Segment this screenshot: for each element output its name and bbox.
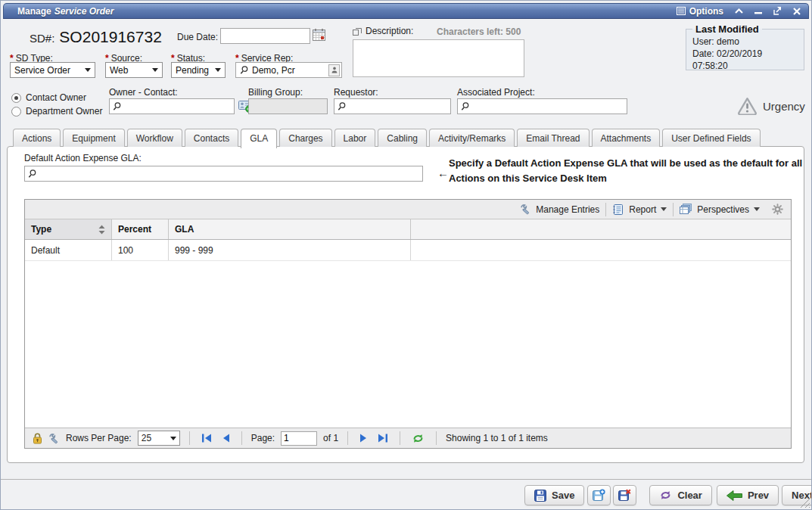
description-textarea[interactable] [353, 39, 524, 77]
manage-entries-button[interactable]: Manage Entries [514, 203, 605, 216]
lock-icon[interactable] [33, 433, 42, 444]
urgency-label: Urgency [763, 100, 805, 113]
rows-per-page-label: Rows Per Page: [66, 433, 132, 443]
popout-button[interactable] [773, 7, 782, 15]
search-icon [460, 101, 470, 111]
tab-labor[interactable]: Labor [334, 129, 376, 147]
tab-email-thread[interactable]: Email Thread [517, 129, 589, 147]
radio-department-owner[interactable]: Department Owner [11, 106, 102, 117]
last-page-button[interactable] [375, 434, 390, 443]
search-icon [27, 169, 37, 179]
popout-icon [773, 7, 782, 15]
tab-user-defined-fields[interactable]: User Defined Fields [662, 129, 760, 147]
prev-page-icon [222, 434, 230, 443]
options-button[interactable]: Options [677, 6, 723, 17]
last-modified-date: Date: 02/20/2019 07:58:20 [692, 48, 798, 72]
wrench-icon [520, 204, 531, 215]
search-icon [239, 65, 249, 75]
clear-button[interactable]: Clear [649, 485, 712, 505]
tab-cabling[interactable]: Cabling [378, 129, 427, 147]
perspectives-button[interactable]: Perspectives [674, 203, 766, 216]
due-date-input[interactable] [220, 28, 310, 44]
save-close-floppy-x-icon [618, 489, 631, 502]
window-title: ManageService Order [17, 6, 114, 17]
last-modified-user: User: demo [692, 36, 798, 48]
report-button[interactable]: Report [606, 203, 673, 216]
collapse-button[interactable] [735, 8, 743, 14]
cell-gla: 999 - 999 [169, 240, 411, 260]
caret-down-icon [85, 68, 91, 75]
pager-separator [241, 431, 242, 445]
first-page-button[interactable] [199, 434, 214, 443]
last-page-icon [378, 434, 388, 443]
refresh-button[interactable] [409, 433, 427, 444]
column-header-percent[interactable]: Percent [112, 219, 169, 239]
billing-group-input [248, 98, 328, 114]
service-rep-person-button[interactable] [328, 64, 340, 76]
service-rep-field[interactable]: Demo, Pcr [235, 62, 342, 78]
grid-header-row: Type Percent GLA [25, 219, 791, 240]
caret-down-icon [754, 207, 760, 214]
column-header-filler [411, 219, 791, 239]
column-header-gla[interactable]: GLA [169, 219, 411, 239]
tab-activity-remarks[interactable]: Activity/Remarks [429, 129, 515, 147]
associated-project-input[interactable] [457, 98, 627, 114]
prev-button[interactable]: Prev [717, 485, 779, 505]
rows-per-page-select[interactable]: 25 [138, 431, 180, 446]
gla-note-text: Specify a Default Action Expense GLA tha… [449, 156, 810, 186]
requestor-label: Requestor: [334, 87, 378, 98]
sd-type-select[interactable]: Service Order [10, 62, 95, 78]
minimize-button[interactable] [754, 8, 762, 14]
pager-separator [400, 431, 400, 445]
urgency-warning-icon [737, 97, 758, 115]
sort-icon [98, 225, 105, 235]
sd-number-value: SO201916732 [59, 28, 161, 46]
description-label: Description: [366, 26, 413, 36]
tab-charges[interactable]: Charges [279, 129, 331, 147]
tab-bar: Actions Equipment Workflow Contacts GLA … [13, 129, 761, 147]
gla-grid: Manage Entries Report Perspectives [24, 199, 792, 449]
tab-actions[interactable]: Actions [13, 129, 61, 147]
radio-unselected-icon [11, 107, 21, 117]
showing-items-text: Showing 1 to 1 of 1 items [446, 433, 548, 443]
save-and-close-button[interactable] [613, 485, 636, 505]
tab-attachments[interactable]: Attachments [592, 129, 661, 147]
save-and-new-button[interactable] [587, 485, 611, 505]
page-number-input[interactable] [281, 431, 317, 446]
tab-workflow[interactable]: Workflow [127, 129, 182, 147]
pager-separator [347, 431, 348, 445]
owner-contact-input[interactable] [109, 98, 235, 114]
grid-toolbar: Manage Entries Report Perspectives [25, 200, 791, 219]
titlebar: ManageService Order Options [3, 3, 809, 19]
radio-contact-owner[interactable]: Contact Owner [11, 92, 86, 103]
source-select[interactable]: Web [105, 62, 163, 78]
caret-down-icon [152, 68, 158, 75]
prev-page-button[interactable] [220, 434, 232, 443]
sd-number-label: SD#: [30, 32, 54, 45]
page-of-label: of 1 [323, 433, 338, 443]
requestor-input[interactable] [334, 98, 451, 114]
tab-contacts[interactable]: Contacts [185, 129, 238, 147]
options-list-icon [677, 7, 686, 15]
calendar-icon[interactable] [313, 29, 325, 44]
default-gla-input[interactable] [24, 166, 423, 182]
table-row[interactable]: Default 100 999 - 999 [25, 240, 791, 261]
wrench-icon[interactable] [48, 433, 60, 444]
next-page-button[interactable] [357, 434, 369, 443]
column-header-type[interactable]: Type [25, 219, 112, 239]
save-button[interactable]: Save [524, 485, 584, 505]
associated-project-label: Associated Project: [457, 87, 535, 98]
grid-settings-button[interactable] [766, 203, 786, 216]
description-expand-icon[interactable] [353, 27, 362, 36]
urgency-control[interactable]: Urgency [737, 97, 805, 115]
cell-percent: 100 [112, 240, 169, 260]
page-label: Page: [251, 433, 275, 443]
perspectives-icon [680, 204, 692, 216]
save-new-floppy-plus-icon [593, 489, 605, 502]
grid-pagination-bar: Rows Per Page: 25 Page: of 1 Showing 1 t… [25, 428, 791, 448]
tab-gla[interactable]: GLA [241, 129, 277, 148]
report-icon [612, 204, 624, 216]
tab-equipment[interactable]: Equipment [63, 129, 124, 147]
close-button[interactable] [793, 8, 801, 15]
status-select[interactable]: Pending [171, 62, 226, 78]
